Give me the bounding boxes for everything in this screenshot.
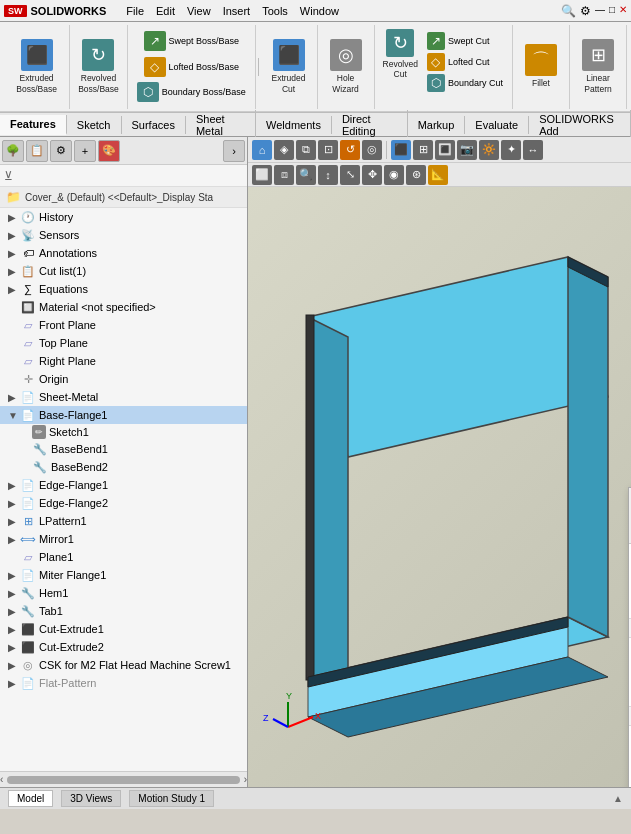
tab-direct-editing[interactable]: Direct Editing: [332, 110, 408, 140]
tab-sketch[interactable]: Sketch: [67, 116, 122, 134]
tree-item-material[interactable]: 🔲 Material <not specified>: [0, 298, 247, 316]
view-icon-3[interactable]: ⧉: [296, 140, 316, 160]
view2-icon-8[interactable]: ⊛: [406, 165, 426, 185]
search-icon[interactable]: 🔍: [561, 4, 576, 18]
menu-tools[interactable]: Tools: [262, 5, 288, 17]
config-manager-icon[interactable]: ⚙: [50, 140, 72, 162]
view-icon-9[interactable]: 🔳: [435, 140, 455, 160]
tab-weldments[interactable]: Weldments: [256, 116, 332, 134]
view-icon-8[interactable]: ⊞: [413, 140, 433, 160]
view2-icon-7[interactable]: ◉: [384, 165, 404, 185]
property-manager-icon[interactable]: 📋: [26, 140, 48, 162]
tree-item-history[interactable]: ▶ 🕐 History: [0, 208, 247, 226]
bottom-tab-3d-views[interactable]: 3D Views: [61, 790, 121, 807]
boundary-cut-icon: ⬡: [427, 74, 445, 92]
dim-expert-icon[interactable]: +: [74, 140, 96, 162]
swept-cut-button[interactable]: ↗ Swept Cut: [424, 31, 506, 51]
view-icon-5[interactable]: ↺: [340, 140, 360, 160]
view2-icon-3[interactable]: 🔍: [296, 165, 316, 185]
lofted-cut-button[interactable]: ◇ Lofted Cut: [424, 52, 506, 72]
swept-boss-base-button[interactable]: ↗ Swept Boss/Base: [141, 30, 243, 52]
tree-item-cut-extrude1[interactable]: ▶ ⬛ Cut-Extrude1: [0, 620, 247, 638]
view2-icon-1[interactable]: ⬜: [252, 165, 272, 185]
view-icon-4[interactable]: ⊡: [318, 140, 338, 160]
tree-item-cut-list[interactable]: ▶ 📋 Cut list(1): [0, 262, 247, 280]
view-icon-2[interactable]: ◈: [274, 140, 294, 160]
maximize-icon[interactable]: □: [609, 4, 615, 18]
appearance-icon[interactable]: 🎨: [98, 140, 120, 162]
tree-item-equations[interactable]: ▶ ∑ Equations: [0, 280, 247, 298]
view-icon-10[interactable]: 📷: [457, 140, 477, 160]
tree-item-lpattern1[interactable]: ▶ ⊞ LPattern1: [0, 512, 247, 530]
linear-pattern-group: ⊞ Linear Pattern: [570, 25, 627, 109]
hole-wizard-group: ◎ Hole Wizard: [318, 25, 375, 109]
tree-item-sketch1[interactable]: ✏ Sketch1: [0, 424, 247, 440]
menu-view[interactable]: View: [187, 5, 211, 17]
close-icon[interactable]: ✕: [619, 4, 627, 18]
tree-item-plane1[interactable]: ▱ Plane1: [0, 548, 247, 566]
view2-icon-5[interactable]: ⤡: [340, 165, 360, 185]
tab-surfaces[interactable]: Surfaces: [122, 116, 186, 134]
tree-label: Cut-Extrude2: [39, 641, 104, 653]
revolve-boss-button[interactable]: ↻ RevolvedBoss/Base: [76, 37, 121, 95]
view-icon-7[interactable]: ⬛: [391, 140, 411, 160]
hole-wizard-button[interactable]: ◎ Hole Wizard: [324, 37, 368, 95]
tree-item-base-flange[interactable]: ▼ 📄 Base-Flange1: [0, 406, 247, 424]
menu-edit[interactable]: Edit: [156, 5, 175, 17]
tree-scroll-left[interactable]: ‹ ›: [0, 771, 247, 787]
tree-item-top-plane[interactable]: ▱ Top Plane: [0, 334, 247, 352]
extrude-boss-button[interactable]: ⬛ Extruded Boss/Base: [10, 37, 63, 95]
view-icon-11[interactable]: 🔆: [479, 140, 499, 160]
tree-item-tab1[interactable]: ▶ 🔧 Tab1: [0, 602, 247, 620]
view-icon-1[interactable]: ⌂: [252, 140, 272, 160]
view2-icon-6[interactable]: ✥: [362, 165, 382, 185]
tree-item-flat-pattern[interactable]: ▶ 📄 Flat-Pattern: [0, 674, 247, 692]
tree-item-miter-flange[interactable]: ▶ 📄 Miter Flange1: [0, 566, 247, 584]
swept-group: ↗ Swept Boss/Base ◇ Lofted Boss/Base ⬡ B…: [128, 25, 256, 109]
tab-solidworks-add[interactable]: SOLIDWORKS Add: [529, 110, 631, 140]
view-icon-6[interactable]: ◎: [362, 140, 382, 160]
view-icon-13[interactable]: ↔: [523, 140, 543, 160]
boundary-cut-button[interactable]: ⬡ Boundary Cut: [424, 73, 506, 93]
tree-item-csk-screw[interactable]: ▶ ◎ CSK for M2 Flat Head Machine Screw1: [0, 656, 247, 674]
view2-icon-2[interactable]: ⧈: [274, 165, 294, 185]
tab-evaluate[interactable]: Evaluate: [465, 116, 529, 134]
lofted-boss-base-button[interactable]: ◇ Lofted Boss/Base: [141, 56, 243, 78]
tree-item-origin[interactable]: ✛ Origin: [0, 370, 247, 388]
tree-item-hem1[interactable]: ▶ 🔧 Hem1: [0, 584, 247, 602]
tree-item-edge-flange2[interactable]: ▶ 📄 Edge-Flange2: [0, 494, 247, 512]
view2-icon-4[interactable]: ↕: [318, 165, 338, 185]
tree-item-cut-extrude2[interactable]: ▶ ⬛ Cut-Extrude2: [0, 638, 247, 656]
tree-item-base-bend2[interactable]: 🔧 BaseBend2: [0, 458, 247, 476]
tree-item-edge-flange1[interactable]: ▶ 📄 Edge-Flange1: [0, 476, 247, 494]
tree-item-right-plane[interactable]: ▱ Right Plane: [0, 352, 247, 370]
tree-item-sensors[interactable]: ▶ 📡 Sensors: [0, 226, 247, 244]
tree-item-mirror1[interactable]: ▶ ⟺ Mirror1: [0, 530, 247, 548]
expand-panel-icon[interactable]: ›: [223, 140, 245, 162]
tree-item-annotations[interactable]: ▶ 🏷 Annotations: [0, 244, 247, 262]
boundary-boss-base-button[interactable]: ⬡ Boundary Boss/Base: [134, 81, 249, 103]
extrude-cut-button[interactable]: ⬛ ExtrudedCut: [267, 37, 311, 95]
menu-file[interactable]: File: [126, 5, 144, 17]
tree-item-sheet-metal[interactable]: ▶ 📄 Sheet-Metal: [0, 388, 247, 406]
linear-pattern-button[interactable]: ⊞ Linear Pattern: [576, 37, 620, 95]
feature-manager-icon[interactable]: 🌳: [2, 140, 24, 162]
tab-features[interactable]: Features: [0, 115, 67, 135]
view-icon-12[interactable]: ✦: [501, 140, 521, 160]
menu-insert[interactable]: Insert: [223, 5, 251, 17]
minimize-icon[interactable]: —: [595, 4, 605, 18]
tab-markup[interactable]: Markup: [408, 116, 466, 134]
tree-item-front-plane[interactable]: ▱ Front Plane: [0, 316, 247, 334]
tree-item-base-bend1[interactable]: 🔧 BaseBend1: [0, 440, 247, 458]
tree-header: 📁 Cover_& (Default) <<Default>_Display S…: [0, 187, 247, 208]
tab-sheet-metal[interactable]: Sheet Metal: [186, 110, 256, 140]
view2-icon-9[interactable]: 📐: [428, 165, 448, 185]
fillet-button[interactable]: ⌒ Fillet: [519, 42, 563, 90]
bottom-tab-model[interactable]: Model: [8, 790, 53, 807]
app-logo: SW SOLIDWORKS: [4, 5, 106, 17]
menu-window[interactable]: Window: [300, 5, 339, 17]
options-icon[interactable]: ⚙: [580, 4, 591, 18]
viewport-3d[interactable]: X Y Z ◈ ✏ ⊞ ↺ ✕ ⋯ ⬛ ⊡ 🔍: [248, 187, 631, 787]
bottom-tab-motion[interactable]: Motion Study 1: [129, 790, 214, 807]
revolve-cut-button[interactable]: ↻ RevolvedCut: [381, 27, 420, 81]
